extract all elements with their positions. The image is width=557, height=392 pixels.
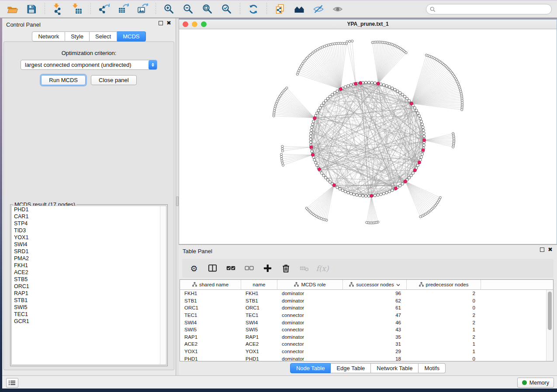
cell-shared-name[interactable]: RAP1 xyxy=(180,334,241,340)
tab-network-table[interactable]: Network Table xyxy=(371,363,419,373)
zoom-fit-icon[interactable] xyxy=(201,3,214,16)
cell-successor-nodes[interactable]: 62 xyxy=(343,298,407,303)
zoom-in-icon[interactable] xyxy=(163,3,176,16)
cell-shared-name[interactable]: PHD1 xyxy=(180,356,241,361)
refresh-view-icon[interactable] xyxy=(247,3,260,16)
mcds-dominator-node[interactable] xyxy=(318,168,321,171)
select-all-rows-icon[interactable] xyxy=(225,263,236,274)
mcds-result-item[interactable]: ACE2 xyxy=(12,269,166,276)
mcds-result-item[interactable]: CAR1 xyxy=(12,213,166,220)
cell-mcds-role[interactable]: dominator xyxy=(277,320,343,325)
network-canvas[interactable] xyxy=(179,29,557,244)
tab-select[interactable]: Select xyxy=(90,31,117,41)
cell-successor-nodes[interactable]: 46 xyxy=(343,320,407,325)
table-row[interactable]: SWI5SWI5connector431 xyxy=(180,326,553,334)
mcds-dominator-node[interactable] xyxy=(370,194,373,197)
tab-network[interactable]: Network xyxy=(32,31,65,41)
cell-mcds-role[interactable]: connector xyxy=(277,327,343,332)
mcds-result-item[interactable]: YOX1 xyxy=(12,234,166,241)
mcds-result-list[interactable]: PHD1CAR1STP4TID3YOX1SWI4SRD1PMA2FKH1ACE2… xyxy=(11,206,166,365)
mcds-dominator-node[interactable] xyxy=(339,88,342,91)
search-input[interactable] xyxy=(438,6,548,13)
table-row[interactable]: ACE2ACE2connector311 xyxy=(180,340,553,348)
cell-shared-name[interactable]: FKH1 xyxy=(180,291,241,296)
cell-predecessor-nodes[interactable]: 2 xyxy=(407,334,481,340)
cell-predecessor-nodes[interactable]: 0 xyxy=(407,305,481,310)
search-box[interactable] xyxy=(426,4,552,14)
table-row[interactable]: YOX1YOX1connector291 xyxy=(180,348,553,355)
mcds-dominator-node[interactable] xyxy=(354,82,357,85)
cell-name[interactable]: STB1 xyxy=(241,298,277,303)
cell-successor-nodes[interactable]: 43 xyxy=(343,327,407,332)
run-mcds-button[interactable]: Run MCDS xyxy=(41,75,86,85)
export-table-icon[interactable] xyxy=(117,3,130,16)
cell-shared-name[interactable]: ACE2 xyxy=(180,341,241,347)
column-header-name[interactable]: name xyxy=(241,280,277,289)
cell-successor-nodes[interactable]: 18 xyxy=(343,356,407,361)
mcds-dominator-node[interactable] xyxy=(404,180,407,183)
cell-name[interactable]: FKH1 xyxy=(241,291,277,296)
deselect-all-rows-icon[interactable] xyxy=(243,263,255,274)
table-scrollbar-thumb[interactable] xyxy=(548,292,552,330)
status-menu-button[interactable] xyxy=(6,378,18,388)
mcds-result-item[interactable]: STB1 xyxy=(12,297,166,304)
cell-successor-nodes[interactable]: 35 xyxy=(343,334,407,340)
mcds-result-item[interactable]: SWI5 xyxy=(12,304,166,311)
mcds-dominator-node[interactable] xyxy=(394,187,397,190)
table-row[interactable]: FKH1FKH1dominator962 xyxy=(180,290,553,297)
window-minimize-traffic-light[interactable] xyxy=(192,21,197,27)
mcds-dominator-node[interactable] xyxy=(422,148,425,151)
mcds-result-item[interactable]: SWI4 xyxy=(12,241,166,248)
criterion-select[interactable]: largest connected component (undirected) xyxy=(21,60,157,70)
cell-shared-name[interactable]: TEC1 xyxy=(180,313,241,318)
mcds-result-item[interactable]: SRD1 xyxy=(12,248,166,255)
column-header-mcds-role[interactable]: MCDS role xyxy=(277,280,343,289)
cell-shared-name[interactable]: STB1 xyxy=(180,298,241,303)
cell-successor-nodes[interactable]: 29 xyxy=(343,349,407,354)
cell-name[interactable]: PHD1 xyxy=(241,356,277,361)
close-panel-button[interactable]: Close panel xyxy=(91,75,137,85)
save-session-icon[interactable] xyxy=(25,3,38,16)
mcds-result-item[interactable]: STB5 xyxy=(12,276,166,283)
cell-predecessor-nodes[interactable]: 0 xyxy=(407,298,481,303)
cell-predecessor-nodes[interactable]: 1 xyxy=(407,327,481,332)
cell-mcds-role[interactable]: dominator xyxy=(277,291,343,296)
table-row[interactable]: ORC1ORC1dominator610 xyxy=(180,304,553,312)
cell-mcds-role[interactable]: connector xyxy=(277,341,343,347)
cell-mcds-role[interactable]: dominator xyxy=(277,334,343,340)
mcds-dominator-node[interactable] xyxy=(313,117,316,120)
show-all-icon[interactable] xyxy=(331,3,344,16)
cell-predecessor-nodes[interactable]: 2 xyxy=(407,291,481,296)
cell-mcds-role[interactable]: dominator xyxy=(277,305,343,310)
memory-button[interactable]: Memory xyxy=(517,378,554,388)
table-scrollbar[interactable] xyxy=(546,290,553,361)
tab-edge-table[interactable]: Edge Table xyxy=(331,363,371,373)
table-row[interactable]: TEC1TEC1connector472 xyxy=(180,312,553,319)
network-view-titlebar[interactable]: YPA_prune.txt_1 xyxy=(179,20,557,29)
delete-columns-icon[interactable] xyxy=(280,263,291,274)
mcds-result-item[interactable]: PHD1 xyxy=(12,206,166,213)
mcds-dominator-node[interactable] xyxy=(418,161,421,164)
cell-mcds-role[interactable]: dominator xyxy=(277,356,343,361)
show-columns-icon[interactable] xyxy=(207,263,218,274)
mcds-dominator-node[interactable] xyxy=(311,153,314,156)
mcds-dominator-node[interactable] xyxy=(377,82,380,85)
cell-shared-name[interactable]: SWI4 xyxy=(180,320,241,325)
hide-selected-icon[interactable] xyxy=(312,3,325,16)
table-options-gear-icon[interactable]: ⚙ xyxy=(188,263,200,274)
float-panel-icon[interactable] xyxy=(159,21,163,25)
cell-successor-nodes[interactable]: 31 xyxy=(343,341,407,347)
cell-name[interactable]: SWI4 xyxy=(241,320,277,325)
cell-mcds-role[interactable]: dominator xyxy=(277,298,343,303)
window-close-traffic-light[interactable] xyxy=(183,21,188,27)
cell-name[interactable]: RAP1 xyxy=(241,334,277,340)
mcds-dominator-node[interactable] xyxy=(413,168,416,172)
zoom-out-icon[interactable] xyxy=(182,3,195,16)
window-zoom-traffic-light[interactable] xyxy=(201,21,207,27)
cell-successor-nodes[interactable]: 47 xyxy=(343,313,407,318)
table-row[interactable]: SWI4SWI4dominator462 xyxy=(180,319,553,326)
close-table-panel-icon[interactable]: ✖ xyxy=(548,248,553,252)
tab-node-table[interactable]: Node Table xyxy=(290,363,331,373)
duplicate-network-icon[interactable] xyxy=(273,3,287,16)
mcds-dominator-node[interactable] xyxy=(422,139,426,142)
